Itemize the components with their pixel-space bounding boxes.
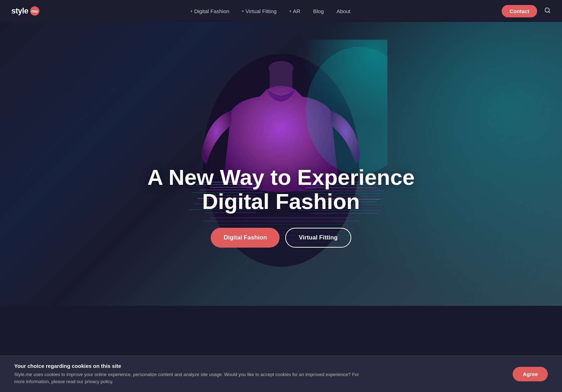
nav-item-about[interactable]: About [336, 8, 350, 14]
dropdown-arrow-icon: ▾ [242, 9, 244, 13]
dropdown-arrow-icon: ▾ [290, 9, 291, 13]
nav-right: Contact [502, 5, 551, 17]
logo[interactable]: style me [11, 6, 39, 16]
digital-fashion-button[interactable]: Digital Fashion [211, 228, 280, 248]
hero-section: A New Way to Experience Digital Fashion … [0, 22, 562, 306]
navbar: style me ▾ Digital Fashion ▾ Virtual Fit… [0, 0, 562, 22]
nav-item-virtual-fitting[interactable]: ▾ Virtual Fitting [242, 8, 276, 14]
svg-line-1 [549, 11, 550, 12]
hero-title: A New Way to Experience Digital Fashion [121, 165, 441, 214]
search-button[interactable] [544, 7, 551, 15]
logo-badge: me [30, 6, 39, 16]
search-icon [544, 7, 551, 13]
nav-item-blog[interactable]: Blog [313, 8, 324, 14]
dropdown-arrow-icon: ▾ [191, 9, 192, 13]
nav-links: ▾ Digital Fashion ▾ Virtual Fitting ▾ AR… [191, 8, 351, 14]
nav-label-about: About [336, 8, 350, 14]
contact-button[interactable]: Contact [502, 5, 537, 17]
nav-label-virtual-fitting: Virtual Fitting [246, 8, 276, 14]
nav-item-ar[interactable]: ▾ AR [290, 8, 301, 14]
nav-item-digital-fashion[interactable]: ▾ Digital Fashion [191, 8, 229, 14]
hero-figure [175, 40, 387, 288]
logo-text: style [11, 6, 28, 16]
hero-content: A New Way to Experience Digital Fashion … [121, 165, 441, 248]
virtual-fitting-button[interactable]: Virtual Fitting [285, 228, 351, 248]
nav-label-ar: AR [293, 8, 301, 14]
nav-label-blog: Blog [313, 8, 324, 14]
figure-svg [175, 40, 387, 288]
hero-buttons: Digital Fashion Virtual Fitting [121, 228, 441, 248]
nav-label-digital-fashion: Digital Fashion [194, 8, 229, 14]
